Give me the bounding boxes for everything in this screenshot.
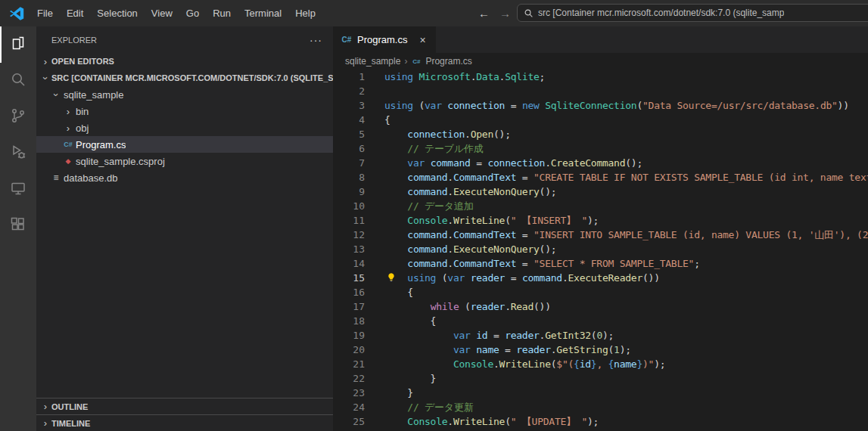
line-number: 24 xyxy=(333,400,365,414)
line-number: 3 xyxy=(333,98,365,113)
code-text: // データ更新 xyxy=(365,400,473,414)
chevron-right-icon: › xyxy=(62,106,74,117)
menu-view[interactable]: View xyxy=(145,0,179,26)
code-text: while (reader.Read()) xyxy=(365,299,551,314)
code-text: using (var reader = command.ExecuteReade… xyxy=(365,271,660,285)
section-open-editors[interactable]: › OPEN EDITORS xyxy=(36,53,333,70)
menu-go[interactable]: Go xyxy=(179,0,206,26)
chevron-down-icon: › xyxy=(40,72,51,84)
code-line-17[interactable]: 17 while (reader.Read()) xyxy=(333,299,868,314)
code-line-2[interactable]: 2 xyxy=(333,84,868,98)
section-workspace-label: SRC [CONTAINER MCR.MICROSOFT.COM/DOTNET/… xyxy=(51,73,333,82)
forward-arrow-icon[interactable]: → xyxy=(499,0,511,26)
title-bar: FileEditSelectionViewGoRunTerminalHelp ←… xyxy=(0,0,868,26)
tree-item-label: database.db xyxy=(64,172,118,184)
menu-file[interactable]: File xyxy=(30,0,60,26)
code-line-7[interactable]: 7 var command = connection.CreateCommand… xyxy=(333,156,868,170)
code-text: { xyxy=(365,113,390,127)
code-line-11[interactable]: 11 Console.WriteLine(" 【INSERT】 "); xyxy=(333,213,868,228)
menu-selection[interactable]: Selection xyxy=(90,0,144,26)
breadcrumb-folder[interactable]: sqlite_sample xyxy=(345,56,400,67)
line-number: 22 xyxy=(333,371,365,386)
tree-item-sqlite-sample-csproj[interactable]: ◆sqlite_sample.csproj xyxy=(36,153,333,169)
tree-item-label: sqlite_sample xyxy=(64,89,124,101)
line-number: 1 xyxy=(333,70,365,84)
activity-extensions-button[interactable] xyxy=(0,208,36,244)
section-outline[interactable]: › OUTLINE xyxy=(36,398,333,414)
tab-bar: C# Program.cs × xyxy=(333,26,868,53)
more-actions-icon[interactable]: ··· xyxy=(310,34,322,46)
code-text: // テーブル作成 xyxy=(365,141,483,156)
code-line-4[interactable]: 4{ xyxy=(333,113,868,127)
chevron-right-icon: › xyxy=(404,56,407,67)
tree-item-sqlite-sample[interactable]: ›sqlite_sample xyxy=(36,86,333,103)
code-line-9[interactable]: 9 command.ExecuteNonQuery(); xyxy=(333,184,868,199)
line-number: 25 xyxy=(333,414,365,429)
code-text: // データ追加 xyxy=(365,199,473,213)
tree-item-obj[interactable]: ›obj xyxy=(36,119,333,136)
activity-run-debug-button[interactable] xyxy=(0,135,36,172)
code-line-16[interactable]: 16 { xyxy=(333,285,868,299)
editor-area: C# Program.cs × sqlite_sample › C# Progr… xyxy=(333,26,868,431)
code-text xyxy=(365,84,384,98)
code-line-3[interactable]: 3using (var connection = new SqliteConne… xyxy=(333,98,868,113)
csharp-file-icon: C# xyxy=(62,141,74,148)
line-number: 14 xyxy=(333,256,365,271)
tree-item-database-db[interactable]: ≡database.db xyxy=(36,169,333,186)
code-line-20[interactable]: 20 var name = reader.GetString(1); xyxy=(333,343,868,357)
tree-item-program-cs[interactable]: C#Program.cs xyxy=(36,136,333,153)
close-icon[interactable]: × xyxy=(416,34,428,46)
activity-search-button[interactable] xyxy=(0,63,36,99)
menu-bar: FileEditSelectionViewGoRunTerminalHelp xyxy=(30,0,322,26)
section-workspace[interactable]: › SRC [CONTAINER MCR.MICROSOFT.COM/DOTNE… xyxy=(36,70,333,86)
line-number: 13 xyxy=(333,242,365,256)
code-text: Console.WriteLine(" 【UPDATE】 "); xyxy=(365,414,599,429)
menu-help[interactable]: Help xyxy=(288,0,322,26)
code-line-13[interactable]: 13 command.ExecuteNonQuery(); xyxy=(333,242,868,256)
code-line-25[interactable]: 25 Console.WriteLine(" 【UPDATE】 "); xyxy=(333,414,868,429)
section-timeline-label: TIMELINE xyxy=(51,419,333,428)
extensions-icon xyxy=(9,216,27,237)
line-number: 23 xyxy=(333,386,365,400)
code-text: using Microsoft.Data.Sqlite; xyxy=(365,70,545,84)
code-text: Console.WriteLine(" 【INSERT】 "); xyxy=(365,213,599,228)
activity-remote-explorer-button[interactable] xyxy=(0,172,36,208)
tree-item-bin[interactable]: ›bin xyxy=(36,103,333,119)
code-line-12[interactable]: 12 command.CommandText = "INSERT INTO SA… xyxy=(333,228,868,242)
code-line-21[interactable]: 21 Console.WriteLine($"({id}, {name})"); xyxy=(333,357,868,371)
code-line-19[interactable]: 19 var id = reader.GetInt32(0); xyxy=(333,328,868,343)
tab-program-cs[interactable]: C# Program.cs × xyxy=(333,26,436,53)
code-line-22[interactable]: 22 } xyxy=(333,371,868,386)
line-number: 4 xyxy=(333,113,365,127)
search-icon xyxy=(524,8,534,18)
code-line-1[interactable]: 1using Microsoft.Data.Sqlite; xyxy=(333,70,868,84)
chevron-right-icon: › xyxy=(62,122,74,134)
tab-label: Program.cs xyxy=(357,34,407,45)
activity-source-control-button[interactable] xyxy=(0,99,36,135)
code-line-6[interactable]: 6 // テーブル作成 xyxy=(333,141,868,156)
code-line-14[interactable]: 14 command.CommandText = "SELECT * FROM … xyxy=(333,256,868,271)
menu-edit[interactable]: Edit xyxy=(60,0,90,26)
menu-terminal[interactable]: Terminal xyxy=(238,0,288,26)
code-line-24[interactable]: 24 // データ更新 xyxy=(333,400,868,414)
code-line-18[interactable]: 18 { xyxy=(333,314,868,328)
breadcrumb-file[interactable]: Program.cs xyxy=(425,56,471,67)
line-number: 16 xyxy=(333,285,365,299)
code-line-5[interactable]: 5 connection.Open(); xyxy=(333,127,868,141)
section-timeline[interactable]: › TIMELINE xyxy=(36,414,333,431)
chevron-down-icon: › xyxy=(51,88,62,101)
code-text: var command = connection.CreateCommand()… xyxy=(365,156,642,170)
code-line-15[interactable]: 15 using (var reader = command.ExecuteRe… xyxy=(333,271,868,285)
menu-run[interactable]: Run xyxy=(206,0,238,26)
search-box[interactable]: src [Container mcr.microsoft.com/dotnet/… xyxy=(517,4,868,22)
lightbulb-icon[interactable] xyxy=(386,272,397,283)
code-line-23[interactable]: 23 } xyxy=(333,386,868,400)
activity-explorer-button[interactable] xyxy=(0,26,36,63)
sidebar-title: EXPLORER xyxy=(51,36,97,45)
back-arrow-icon[interactable]: ← xyxy=(478,0,490,26)
code-line-8[interactable]: 8 command.CommandText = "CREATE TABLE IF… xyxy=(333,170,868,184)
code-text: var id = reader.GetInt32(0); xyxy=(365,328,614,343)
sidebar-header: EXPLORER ··· xyxy=(36,26,333,53)
code-line-10[interactable]: 10 // データ追加 xyxy=(333,199,868,213)
activity-bar xyxy=(0,26,36,431)
